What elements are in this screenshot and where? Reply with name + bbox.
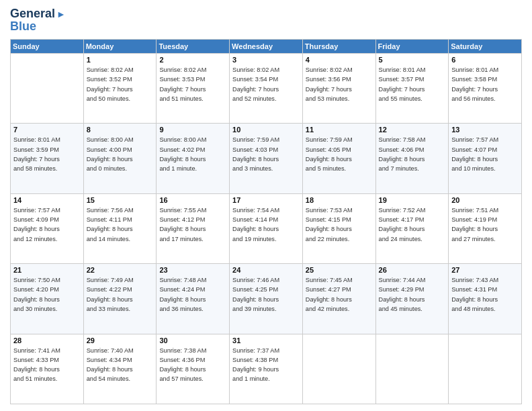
day-number: 23 [159, 266, 226, 274]
day-info: Sunrise: 7:40 AMSunset: 4:34 PMDaylight:… [87, 346, 154, 384]
day-info: Sunrise: 7:50 AMSunset: 4:20 PMDaylight:… [13, 275, 81, 314]
header: General ► Blue [10, 7, 522, 34]
calendar-cell-w2d5: 19Sunrise: 7:52 AMSunset: 4:17 PMDayligh… [375, 193, 449, 263]
calendar-cell-w4d5 [375, 334, 449, 404]
calendar-cell-w4d0: 28Sunrise: 7:41 AMSunset: 4:33 PMDayligh… [11, 334, 84, 404]
day-header-wednesday: Wednesday [230, 40, 303, 54]
day-info: Sunrise: 8:00 AMSunset: 4:00 PMDaylight:… [87, 135, 154, 173]
logo-text-blue: Blue [10, 19, 36, 34]
calendar-cell-w4d4 [302, 334, 375, 404]
day-number: 9 [159, 126, 226, 134]
day-number: 28 [13, 336, 81, 345]
day-number: 7 [13, 126, 81, 134]
day-info: Sunrise: 8:01 AMSunset: 3:57 PMDaylight:… [379, 65, 446, 103]
day-info: Sunrise: 8:02 AMSunset: 3:52 PMDaylight:… [87, 65, 154, 103]
day-info: Sunrise: 7:37 AMSunset: 4:38 PMDaylight:… [232, 346, 300, 384]
logo-triangle-icon: ► [56, 9, 66, 19]
day-number: 15 [87, 196, 154, 204]
calendar-cell-w2d3: 17Sunrise: 7:54 AMSunset: 4:14 PMDayligh… [230, 193, 303, 263]
day-number: 3 [232, 56, 300, 64]
calendar-cell-w0d2: 2Sunrise: 8:02 AMSunset: 3:53 PMDaylight… [157, 54, 230, 124]
calendar-cell-w1d4: 11Sunrise: 7:59 AMSunset: 4:05 PMDayligh… [302, 124, 375, 193]
calendar-cell-w3d6: 27Sunrise: 7:43 AMSunset: 4:31 PMDayligh… [449, 264, 522, 334]
day-info: Sunrise: 7:45 AMSunset: 4:27 PMDaylight:… [306, 275, 373, 314]
logo: General ► Blue [10, 7, 66, 34]
day-number: 10 [232, 126, 300, 134]
calendar-cell-w2d0: 14Sunrise: 7:57 AMSunset: 4:09 PMDayligh… [11, 193, 84, 263]
day-number: 11 [306, 126, 373, 134]
calendar-cell-w1d2: 9Sunrise: 8:00 AMSunset: 4:02 PMDaylight… [157, 124, 230, 193]
day-info: Sunrise: 7:44 AMSunset: 4:29 PMDaylight:… [379, 275, 446, 314]
day-number: 12 [379, 126, 446, 134]
calendar-cell-w2d1: 15Sunrise: 7:56 AMSunset: 4:11 PMDayligh… [83, 193, 157, 263]
day-number: 14 [13, 196, 81, 204]
day-info: Sunrise: 7:38 AMSunset: 4:36 PMDaylight:… [159, 346, 226, 384]
day-number: 30 [159, 336, 226, 345]
week-row-4: 28Sunrise: 7:41 AMSunset: 4:33 PMDayligh… [11, 334, 522, 404]
day-number: 18 [306, 196, 373, 204]
day-info: Sunrise: 7:59 AMSunset: 4:05 PMDaylight:… [306, 135, 373, 173]
day-number: 31 [232, 336, 300, 345]
day-info: Sunrise: 7:57 AMSunset: 4:09 PMDaylight:… [13, 205, 81, 244]
day-number: 19 [379, 196, 446, 204]
calendar-cell-w4d1: 29Sunrise: 7:40 AMSunset: 4:34 PMDayligh… [83, 334, 157, 404]
day-info: Sunrise: 7:46 AMSunset: 4:25 PMDaylight:… [232, 275, 300, 314]
calendar-cell-w4d2: 30Sunrise: 7:38 AMSunset: 4:36 PMDayligh… [157, 334, 230, 404]
calendar-cell-w2d4: 18Sunrise: 7:53 AMSunset: 4:15 PMDayligh… [302, 193, 375, 263]
calendar-cell-w2d6: 20Sunrise: 7:51 AMSunset: 4:19 PMDayligh… [449, 193, 522, 263]
day-number: 5 [379, 56, 446, 64]
calendar-cell-w1d3: 10Sunrise: 7:59 AMSunset: 4:03 PMDayligh… [230, 124, 303, 193]
day-number: 6 [451, 56, 519, 64]
day-number: 24 [232, 266, 300, 274]
week-row-3: 21Sunrise: 7:50 AMSunset: 4:20 PMDayligh… [11, 264, 522, 334]
day-number: 27 [451, 266, 519, 274]
calendar-cell-w3d2: 23Sunrise: 7:48 AMSunset: 4:24 PMDayligh… [157, 264, 230, 334]
day-info: Sunrise: 7:49 AMSunset: 4:22 PMDaylight:… [87, 275, 154, 314]
day-info: Sunrise: 8:02 AMSunset: 3:53 PMDaylight:… [159, 65, 226, 103]
day-number: 16 [159, 196, 226, 204]
calendar-cell-w1d6: 13Sunrise: 7:57 AMSunset: 4:07 PMDayligh… [449, 124, 522, 193]
day-header-saturday: Saturday [449, 40, 522, 54]
day-info: Sunrise: 7:53 AMSunset: 4:15 PMDaylight:… [306, 205, 373, 244]
week-row-1: 7Sunrise: 8:01 AMSunset: 3:59 PMDaylight… [11, 124, 522, 193]
calendar-cell-w1d0: 7Sunrise: 8:01 AMSunset: 3:59 PMDaylight… [11, 124, 84, 193]
day-number: 13 [451, 126, 519, 134]
day-info: Sunrise: 8:02 AMSunset: 3:54 PMDaylight:… [232, 65, 300, 103]
calendar-cell-w3d0: 21Sunrise: 7:50 AMSunset: 4:20 PMDayligh… [11, 264, 84, 334]
day-number: 25 [306, 266, 373, 274]
day-info: Sunrise: 8:01 AMSunset: 3:59 PMDaylight:… [13, 135, 81, 173]
calendar-body: 1Sunrise: 8:02 AMSunset: 3:52 PMDaylight… [11, 54, 522, 404]
day-info: Sunrise: 7:58 AMSunset: 4:06 PMDaylight:… [379, 135, 446, 173]
day-number: 17 [232, 196, 300, 204]
calendar-table: SundayMondayTuesdayWednesdayThursdayFrid… [10, 39, 522, 404]
calendar-cell-w0d6: 6Sunrise: 8:01 AMSunset: 3:58 PMDaylight… [449, 54, 522, 124]
calendar-cell-w0d1: 1Sunrise: 8:02 AMSunset: 3:52 PMDaylight… [83, 54, 157, 124]
day-info: Sunrise: 7:57 AMSunset: 4:07 PMDaylight:… [451, 135, 519, 173]
day-info: Sunrise: 8:00 AMSunset: 4:02 PMDaylight:… [159, 135, 226, 173]
day-number: 20 [451, 196, 519, 204]
day-info: Sunrise: 8:01 AMSunset: 3:58 PMDaylight:… [451, 65, 519, 103]
calendar-cell-w0d4: 4Sunrise: 8:02 AMSunset: 3:56 PMDaylight… [302, 54, 375, 124]
day-header-friday: Friday [375, 40, 449, 54]
calendar-cell-w3d3: 24Sunrise: 7:46 AMSunset: 4:25 PMDayligh… [230, 264, 303, 334]
calendar-cell-w3d5: 26Sunrise: 7:44 AMSunset: 4:29 PMDayligh… [375, 264, 449, 334]
day-number: 29 [87, 336, 154, 345]
calendar-cell-w3d4: 25Sunrise: 7:45 AMSunset: 4:27 PMDayligh… [302, 264, 375, 334]
day-info: Sunrise: 7:41 AMSunset: 4:33 PMDaylight:… [13, 346, 81, 384]
day-header-monday: Monday [83, 40, 157, 54]
day-header-sunday: Sunday [11, 40, 84, 54]
day-info: Sunrise: 7:51 AMSunset: 4:19 PMDaylight:… [451, 205, 519, 244]
day-number: 2 [159, 56, 226, 64]
day-header-thursday: Thursday [302, 40, 375, 54]
calendar-cell-w4d3: 31Sunrise: 7:37 AMSunset: 4:38 PMDayligh… [230, 334, 303, 404]
day-info: Sunrise: 8:02 AMSunset: 3:56 PMDaylight:… [306, 65, 373, 103]
day-number: 1 [87, 56, 154, 64]
day-number: 21 [13, 266, 81, 274]
calendar-cell-w4d6 [449, 334, 522, 404]
day-info: Sunrise: 7:59 AMSunset: 4:03 PMDaylight:… [232, 135, 300, 173]
page: General ► Blue SundayMondayTuesdayWednes… [0, 0, 532, 411]
calendar-cell-w1d1: 8Sunrise: 8:00 AMSunset: 4:00 PMDaylight… [83, 124, 157, 193]
day-number: 8 [87, 126, 154, 134]
calendar-cell-w1d5: 12Sunrise: 7:58 AMSunset: 4:06 PMDayligh… [375, 124, 449, 193]
calendar-cell-w0d5: 5Sunrise: 8:01 AMSunset: 3:57 PMDaylight… [375, 54, 449, 124]
